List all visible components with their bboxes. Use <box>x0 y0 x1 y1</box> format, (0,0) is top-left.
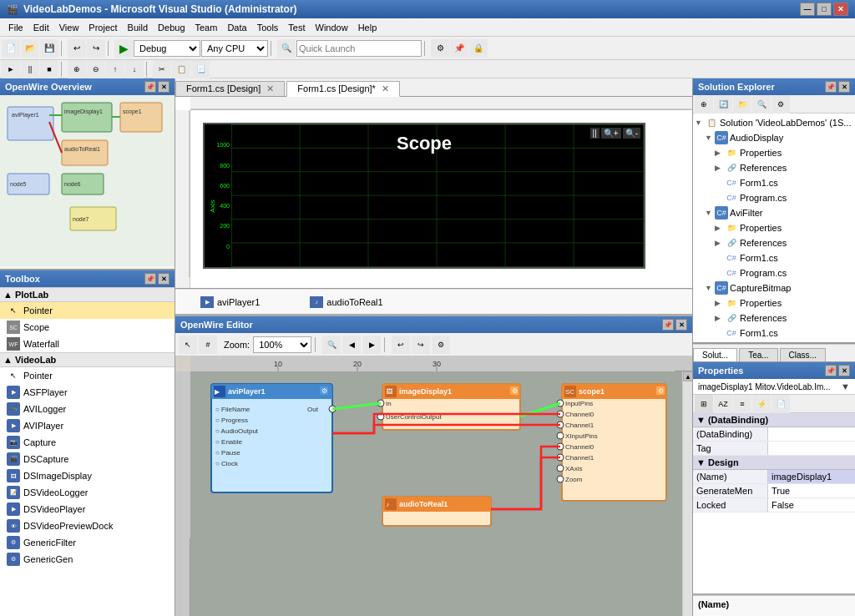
audiotreal1-component[interactable]: ♪ audioToReal1 <box>310 296 382 308</box>
menu-test[interactable]: Test <box>283 21 310 34</box>
se-avifilter-form1[interactable]: C# Form1.cs <box>695 250 853 265</box>
tb2-btn6[interactable]: ↑ <box>106 60 124 78</box>
se-audiodisplay-props[interactable]: ▶ 📁 Properties <box>695 145 853 160</box>
toolbox-item-dscapture[interactable]: 🎬 DSCapture <box>0 451 175 467</box>
tab-form1-design-inactive[interactable]: Form1.cs [Design] ✕ <box>175 81 285 96</box>
ow-overview-pin[interactable]: 📌 <box>144 81 156 93</box>
tab-close-1[interactable]: ✕ <box>266 83 274 93</box>
tb2-btn3[interactable]: ■ <box>40 60 58 78</box>
props-close[interactable]: ✕ <box>838 365 850 376</box>
debug-config-combo[interactable]: Debug Release <box>134 40 200 57</box>
toolbox-close[interactable]: ✕ <box>158 273 169 285</box>
tb-undo[interactable]: ↩ <box>68 39 86 58</box>
tb2-btn7[interactable]: ↓ <box>125 60 144 78</box>
props-target-dropdown[interactable]: ▼ <box>841 381 850 391</box>
tb-extra3[interactable]: 🔒 <box>469 39 488 58</box>
menu-file[interactable]: File <box>3 21 28 34</box>
ow-tb-extra[interactable]: ⚙ <box>432 336 450 354</box>
props-tb-props[interactable]: ≡ <box>733 395 751 413</box>
props-tb-category[interactable]: ⊞ <box>695 395 713 413</box>
tab-form1-design-active[interactable]: Form1.cs [Design]* ✕ <box>286 81 400 97</box>
se-tb1[interactable]: ⊕ <box>695 95 713 114</box>
tb2-btn1[interactable]: ► <box>2 60 20 78</box>
ow-overview-close[interactable]: ✕ <box>158 81 169 93</box>
se-tb4[interactable]: 🔍 <box>752 95 771 114</box>
toolbox-item-aviplayer[interactable]: ▶ AVIPlayer <box>0 417 175 434</box>
tb-redo[interactable]: ↪ <box>87 39 105 58</box>
se-capturebitmap-references[interactable]: ▶ 🔗 References <box>695 311 853 326</box>
tb-extra1[interactable]: ⚙ <box>431 39 449 58</box>
quick-launch-input[interactable] <box>296 40 422 57</box>
tab-close-2[interactable]: ✕ <box>382 83 389 93</box>
se-avifilter-program[interactable]: C# Program.cs <box>695 265 853 280</box>
tb-search[interactable]: 🔍 <box>277 39 296 58</box>
ow-editor-pin[interactable]: 📌 <box>662 319 674 331</box>
se-close[interactable]: ✕ <box>838 81 850 93</box>
se-solution[interactable]: ▼ 📋 Solution 'VideoLabDemos' (1S... <box>695 115 853 130</box>
menu-window[interactable]: Window <box>311 21 353 34</box>
ow-tb-undo[interactable]: ↩ <box>392 336 410 354</box>
tb-play[interactable]: ▶ <box>114 39 133 58</box>
ow-tb-prev[interactable]: ◀ <box>342 336 361 354</box>
se-proj-audiodisplay[interactable]: ▼ C# AudioDisplay <box>695 130 853 145</box>
se-capturebitmap-form1[interactable]: C# Form1.cs <box>695 326 853 341</box>
se-proj-capturebitmap[interactable]: ▼ C# CaptureBitmap <box>695 280 853 295</box>
class-tab[interactable]: Class... <box>780 348 826 361</box>
team-tab[interactable]: Tea... <box>739 348 777 361</box>
ow-diagram[interactable]: ▶ aviPlayer1 ⚙ Out ○ Fil <box>190 371 682 616</box>
platform-combo[interactable]: Any CPU x86 x64 <box>201 40 268 57</box>
props-pin[interactable]: 📌 <box>825 365 837 376</box>
tb2-btn4[interactable]: ⊕ <box>68 60 86 78</box>
tb2-btn9[interactable]: 📋 <box>172 60 190 78</box>
tb2-btn2[interactable]: || <box>21 60 39 78</box>
menu-data[interactable]: Data <box>222 21 251 34</box>
props-row-name[interactable]: (Name) imageDisplay1 <box>693 470 855 484</box>
tb-open[interactable]: 📂 <box>21 39 39 58</box>
toolbox-item-waterfall[interactable]: WF Waterfall <box>0 336 175 352</box>
ow-tb-search[interactable]: 🔍 <box>322 336 341 354</box>
props-row-tag[interactable]: Tag <box>693 442 855 456</box>
toolbox-section-videolab[interactable]: ▲ VideoLab <box>0 352 175 367</box>
se-tb3[interactable]: 📁 <box>733 95 751 114</box>
toolbox-item-dsvideoplayer[interactable]: ▶ DSVideoPlayer <box>0 501 175 518</box>
design-content-area[interactable]: Scope 1000 800 600 400 200 0 <box>190 110 692 288</box>
toolbox-item-pointer-videolab[interactable]: ↖ Pointer <box>0 367 175 384</box>
ow-tb-select[interactable]: ↖ <box>179 336 197 354</box>
se-capturebitmap-props[interactable]: ▶ 📁 Properties <box>695 295 853 311</box>
ow-v-scroll[interactable]: ▲ ▼ <box>682 371 692 616</box>
ow-editor-close[interactable]: ✕ <box>675 319 687 331</box>
se-avifilter-references[interactable]: ▶ 🔗 References <box>695 235 853 250</box>
menu-edit[interactable]: Edit <box>28 21 54 34</box>
design-h-scroll[interactable] <box>175 288 692 289</box>
se-tb2[interactable]: 🔄 <box>714 95 732 114</box>
close-btn[interactable]: ✕ <box>833 3 848 16</box>
toolbox-item-dsimagedisplay[interactable]: 🖼 DSImageDisplay <box>0 467 175 484</box>
toolbox-item-genericgen[interactable]: ⚙ GenericGen <box>0 551 175 568</box>
tb2-btn8[interactable]: ✂ <box>153 60 171 78</box>
toolbox-section-plotlab[interactable]: ▲ PlotLab <box>0 287 175 302</box>
se-tb5[interactable]: ⚙ <box>772 95 790 114</box>
aviplayer1-component[interactable]: ▶ aviPlayer1 <box>200 296 260 308</box>
props-tb-alpha[interactable]: AZ <box>714 395 732 413</box>
se-audiodisplay-program[interactable]: C# Program.cs <box>695 190 853 205</box>
menu-tools[interactable]: Tools <box>252 21 284 34</box>
ow-tb-next[interactable]: ▶ <box>362 336 381 354</box>
props-row-generatemen[interactable]: GenerateMen True <box>693 484 855 498</box>
props-tb-events[interactable]: ⚡ <box>752 395 771 413</box>
se-pin[interactable]: 📌 <box>825 81 837 93</box>
minimize-btn[interactable]: — <box>800 3 815 16</box>
tb2-btn10[interactable]: 📃 <box>191 60 210 78</box>
toolbox-item-genericfilter[interactable]: ⚙ GenericFilter <box>0 534 175 551</box>
se-audiodisplay-references[interactable]: ▶ 🔗 References <box>695 160 853 175</box>
maximize-btn[interactable]: □ <box>817 3 832 16</box>
tb-save[interactable]: 💾 <box>40 39 58 58</box>
toolbox-pin[interactable]: 📌 <box>144 273 156 285</box>
menu-build[interactable]: Build <box>123 21 153 34</box>
tb-new[interactable]: 📄 <box>2 39 20 58</box>
ow-tb-grid[interactable]: # <box>199 336 217 354</box>
toolbox-item-pointer-plotlab[interactable]: ↖ Pointer <box>0 302 175 319</box>
tb-extra2[interactable]: 📌 <box>450 39 468 58</box>
se-audiodisplay-form1[interactable]: C# Form1.cs <box>695 175 853 190</box>
solut-tab[interactable]: Solut... <box>693 348 737 361</box>
toolbox-item-avilogger[interactable]: 📹 AVILogger <box>0 401 175 417</box>
